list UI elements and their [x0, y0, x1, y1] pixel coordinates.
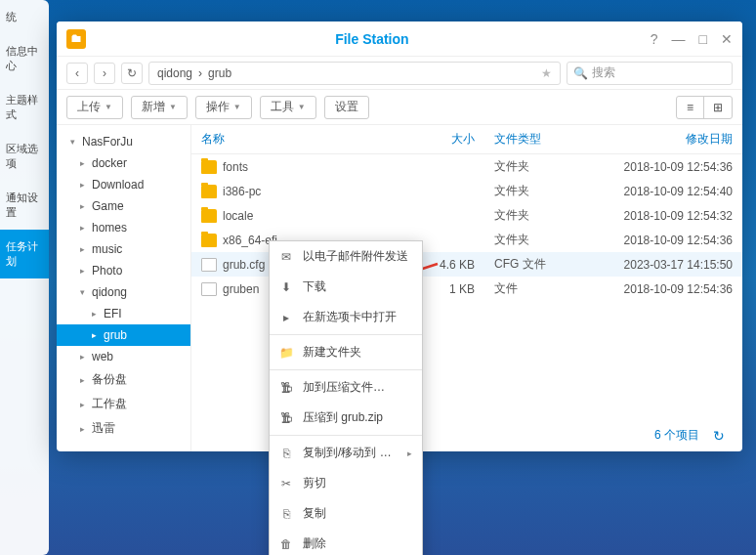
list-view-icon[interactable]: ≡: [677, 97, 704, 118]
app-icon: [66, 29, 86, 49]
menu-icon: ▸: [279, 311, 293, 324]
breadcrumb-current[interactable]: grub: [208, 66, 231, 80]
os-sidebar-item[interactable]: 任务计划: [0, 230, 49, 278]
menu-icon: 📁: [279, 346, 293, 360]
tree-item[interactable]: ▸迅雷: [57, 416, 190, 441]
search-input[interactable]: 🔍 搜索: [567, 62, 733, 85]
search-placeholder: 搜索: [592, 64, 615, 81]
pathbar: ‹ › ↻ qidong › grub ★ 🔍 搜索: [57, 57, 742, 90]
upload-button[interactable]: 上传▼: [66, 96, 123, 119]
view-toggle: ≡ ⊞: [676, 96, 733, 119]
context-menu-item[interactable]: 🗑删除: [270, 529, 422, 555]
close-icon[interactable]: ✕: [721, 31, 733, 47]
breadcrumb-root[interactable]: qidong: [157, 66, 192, 80]
minimize-icon[interactable]: —: [672, 31, 686, 47]
os-sidebar-item[interactable]: 区域选项: [0, 132, 49, 181]
file-list-footer: 6 个项目 ↻: [647, 419, 733, 451]
tree-item[interactable]: ▾qidong: [57, 281, 190, 303]
toolbar: 上传▼ 新增▼ 操作▼ 工具▼ 设置 ≡ ⊞: [57, 90, 742, 125]
context-menu-item[interactable]: ⎘复制: [270, 498, 422, 529]
folder-icon: [201, 185, 217, 198]
os-sidebar-item[interactable]: 统: [0, 0, 49, 34]
menu-icon: 🗜: [279, 381, 293, 395]
col-size[interactable]: 大小: [416, 131, 475, 148]
grid-view-icon[interactable]: ⊞: [704, 97, 732, 118]
context-menu: ✉以电子邮件附件发送⬇下载▸在新选项卡中打开📁新建文件夹🗜加到压缩文件…🗜压缩到…: [269, 240, 423, 555]
help-icon[interactable]: ?: [651, 31, 658, 47]
os-sidebar-item[interactable]: 主题样式: [0, 83, 49, 132]
tool-button[interactable]: 工具▼: [260, 96, 316, 119]
folder-tree: ▾NasForJu▸docker▸Download▸Game▸homes▸mus…: [57, 125, 191, 451]
context-menu-item[interactable]: 📁新建文件夹: [270, 337, 422, 367]
tree-item[interactable]: ▸web: [57, 346, 190, 367]
tree-item[interactable]: ▸music: [57, 238, 190, 260]
tree-item[interactable]: ▸docker: [57, 152, 190, 174]
context-menu-item[interactable]: ✉以电子邮件附件发送: [270, 241, 422, 272]
col-date[interactable]: 修改日期: [572, 131, 733, 148]
titlebar: File Station ? — □ ✕: [57, 21, 742, 57]
file-icon: [201, 282, 217, 296]
menu-icon: ✉: [279, 250, 293, 264]
tree-item[interactable]: ▸Download: [57, 174, 190, 195]
folder-icon: [201, 209, 217, 223]
maximize-icon[interactable]: □: [699, 31, 707, 47]
tree-item[interactable]: ▸工作盘: [57, 392, 190, 416]
context-menu-item[interactable]: ▸在新选项卡中打开: [270, 302, 422, 332]
nav-back-button[interactable]: ‹: [66, 63, 88, 84]
menu-icon: 🗜: [279, 411, 293, 425]
context-menu-item[interactable]: ⬇下载: [270, 272, 422, 302]
window-title: File Station: [94, 31, 651, 47]
table-row[interactable]: i386-pc文件夹2018-10-09 12:54:40: [191, 179, 742, 203]
folder-icon: [201, 160, 217, 174]
nav-forward-button[interactable]: ›: [94, 63, 115, 84]
search-icon: 🔍: [573, 66, 588, 80]
chevron-right-icon: ›: [198, 66, 202, 80]
new-button[interactable]: 新增▼: [131, 96, 188, 119]
menu-icon: 🗑: [279, 537, 293, 551]
context-menu-item[interactable]: 🗜压缩到 grub.zip: [270, 403, 422, 433]
table-row[interactable]: locale文件夹2018-10-09 12:54:32: [191, 203, 742, 228]
refresh-button[interactable]: ↻: [121, 63, 143, 84]
menu-icon: ⎘: [279, 507, 293, 521]
path-input[interactable]: qidong › grub ★: [148, 62, 561, 85]
tree-item[interactable]: ▸grub: [57, 324, 190, 346]
folder-icon: [201, 234, 217, 247]
os-sidebar-item[interactable]: 信息中心: [0, 34, 49, 83]
action-button[interactable]: 操作▼: [195, 96, 252, 119]
col-type[interactable]: 文件类型: [475, 131, 572, 148]
menu-icon: ⬇: [279, 280, 293, 294]
tree-item[interactable]: ▸EFI: [57, 303, 190, 324]
file-icon: [201, 258, 217, 272]
os-sidebar: 统信息中心主题样式区域选项通知设置任务计划: [0, 0, 49, 555]
tree-root[interactable]: ▾NasForJu: [57, 131, 190, 152]
context-menu-item[interactable]: 🗜加到压缩文件…: [270, 372, 422, 403]
tree-item[interactable]: ▸homes: [57, 217, 190, 238]
item-count: 6 个项目: [654, 427, 699, 444]
menu-icon: ✂: [279, 477, 293, 491]
tree-item[interactable]: ▸Game: [57, 195, 190, 217]
tree-item[interactable]: ▸Photo: [57, 260, 190, 281]
tree-item[interactable]: ▸备份盘: [57, 367, 190, 392]
table-row[interactable]: fonts文件夹2018-10-09 12:54:36: [191, 154, 742, 179]
col-name[interactable]: 名称: [201, 131, 416, 148]
star-icon[interactable]: ★: [541, 66, 552, 80]
context-menu-item[interactable]: ✂剪切: [270, 468, 422, 498]
file-list-header: 名称 大小 文件类型 修改日期: [191, 125, 742, 154]
context-menu-item[interactable]: ⎘复制到/移动到 …▸: [270, 438, 422, 468]
refresh-icon[interactable]: ↻: [713, 428, 725, 444]
settings-button[interactable]: 设置: [324, 96, 369, 119]
os-sidebar-item[interactable]: 通知设置: [0, 181, 49, 230]
menu-icon: ⎘: [279, 447, 293, 460]
